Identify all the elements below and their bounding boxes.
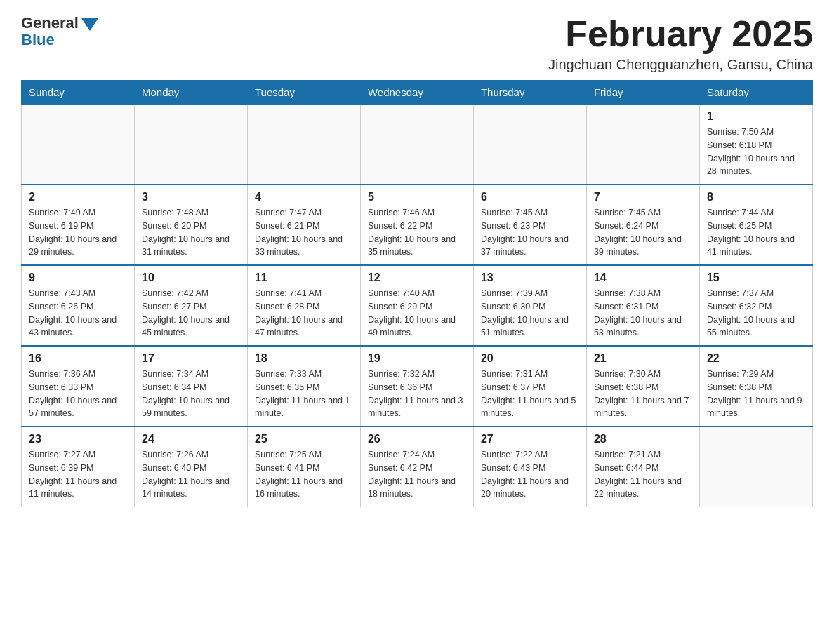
calendar-day-cell: 22Sunrise: 7:29 AMSunset: 6:38 PMDayligh… [699,346,812,427]
day-info: Sunrise: 7:30 AMSunset: 6:38 PMDaylight:… [594,368,692,420]
calendar-day-cell: 1Sunrise: 7:50 AMSunset: 6:18 PMDaylight… [699,105,812,185]
logo: General Blue [21,14,98,49]
day-number: 15 [707,271,805,284]
day-of-week-header: Friday [586,81,699,105]
calendar-week-row: 23Sunrise: 7:27 AMSunset: 6:39 PMDayligh… [22,427,813,507]
day-of-week-header: Wednesday [360,81,473,105]
day-info: Sunrise: 7:21 AMSunset: 6:44 PMDaylight:… [594,448,692,501]
calendar-day-cell: 21Sunrise: 7:30 AMSunset: 6:38 PMDayligh… [586,346,699,427]
calendar-day-cell: 25Sunrise: 7:25 AMSunset: 6:41 PMDayligh… [247,427,360,507]
calendar-day-cell: 8Sunrise: 7:44 AMSunset: 6:25 PMDaylight… [699,185,812,265]
day-number: 17 [142,352,240,365]
calendar-day-cell: 9Sunrise: 7:43 AMSunset: 6:26 PMDaylight… [22,265,135,346]
day-number: 20 [481,352,579,365]
day-number: 16 [29,352,127,365]
logo-blue-text: Blue [21,31,55,49]
day-info: Sunrise: 7:26 AMSunset: 6:40 PMDaylight:… [142,448,240,501]
day-number: 14 [594,271,692,284]
calendar-day-cell [473,105,586,185]
day-info: Sunrise: 7:29 AMSunset: 6:38 PMDaylight:… [707,368,805,420]
day-number: 28 [594,433,692,445]
calendar-week-row: 16Sunrise: 7:36 AMSunset: 6:33 PMDayligh… [22,346,813,427]
day-number: 9 [29,271,127,284]
day-number: 5 [368,191,466,203]
day-number: 25 [255,433,353,445]
calendar-day-cell: 14Sunrise: 7:38 AMSunset: 6:31 PMDayligh… [586,265,699,346]
day-info: Sunrise: 7:38 AMSunset: 6:31 PMDaylight:… [594,287,692,340]
calendar-day-cell: 17Sunrise: 7:34 AMSunset: 6:34 PMDayligh… [134,346,247,427]
day-info: Sunrise: 7:44 AMSunset: 6:25 PMDaylight:… [707,206,805,259]
day-info: Sunrise: 7:49 AMSunset: 6:19 PMDaylight:… [29,206,127,259]
day-number: 19 [368,352,466,365]
day-info: Sunrise: 7:43 AMSunset: 6:26 PMDaylight:… [29,287,127,340]
calendar-day-cell: 2Sunrise: 7:49 AMSunset: 6:19 PMDaylight… [22,185,135,265]
calendar-week-row: 2Sunrise: 7:49 AMSunset: 6:19 PMDaylight… [22,185,813,265]
day-info: Sunrise: 7:45 AMSunset: 6:24 PMDaylight:… [594,206,692,259]
calendar-day-cell: 24Sunrise: 7:26 AMSunset: 6:40 PMDayligh… [134,427,247,507]
calendar-day-cell: 4Sunrise: 7:47 AMSunset: 6:21 PMDaylight… [247,185,360,265]
day-number: 8 [707,191,805,203]
calendar-day-cell: 11Sunrise: 7:41 AMSunset: 6:28 PMDayligh… [247,265,360,346]
calendar-day-cell: 28Sunrise: 7:21 AMSunset: 6:44 PMDayligh… [586,427,699,507]
calendar-table: SundayMondayTuesdayWednesdayThursdayFrid… [21,80,813,507]
calendar-day-cell: 26Sunrise: 7:24 AMSunset: 6:42 PMDayligh… [360,427,473,507]
calendar-header-row: SundayMondayTuesdayWednesdayThursdayFrid… [22,81,813,105]
day-info: Sunrise: 7:47 AMSunset: 6:21 PMDaylight:… [255,206,353,259]
day-info: Sunrise: 7:25 AMSunset: 6:41 PMDaylight:… [255,448,353,501]
day-info: Sunrise: 7:34 AMSunset: 6:34 PMDaylight:… [142,368,240,420]
location-text: Jingchuan Chengguanzhen, Gansu, China [548,57,813,73]
day-info: Sunrise: 7:36 AMSunset: 6:33 PMDaylight:… [29,368,127,420]
day-info: Sunrise: 7:41 AMSunset: 6:28 PMDaylight:… [255,287,353,340]
day-number: 11 [255,271,353,284]
day-of-week-header: Tuesday [247,81,360,105]
day-info: Sunrise: 7:39 AMSunset: 6:30 PMDaylight:… [481,287,579,340]
day-info: Sunrise: 7:22 AMSunset: 6:43 PMDaylight:… [481,448,579,501]
calendar-day-cell [699,427,812,507]
day-number: 2 [29,191,127,203]
day-of-week-header: Thursday [473,81,586,105]
calendar-day-cell: 7Sunrise: 7:45 AMSunset: 6:24 PMDaylight… [586,185,699,265]
calendar-day-cell: 3Sunrise: 7:48 AMSunset: 6:20 PMDaylight… [134,185,247,265]
day-number: 18 [255,352,353,365]
month-title: February 2025 [548,14,813,54]
day-number: 26 [368,433,466,445]
day-info: Sunrise: 7:42 AMSunset: 6:27 PMDaylight:… [142,287,240,340]
day-number: 23 [29,433,127,445]
calendar-day-cell: 20Sunrise: 7:31 AMSunset: 6:37 PMDayligh… [473,346,586,427]
calendar-day-cell: 16Sunrise: 7:36 AMSunset: 6:33 PMDayligh… [22,346,135,427]
calendar-day-cell: 13Sunrise: 7:39 AMSunset: 6:30 PMDayligh… [473,265,586,346]
calendar-week-row: 1Sunrise: 7:50 AMSunset: 6:18 PMDaylight… [22,105,813,185]
day-of-week-header: Sunday [22,81,135,105]
day-number: 4 [255,191,353,203]
day-number: 21 [594,352,692,365]
logo-triangle-icon [81,18,98,31]
day-info: Sunrise: 7:48 AMSunset: 6:20 PMDaylight:… [142,206,240,259]
calendar-day-cell: 12Sunrise: 7:40 AMSunset: 6:29 PMDayligh… [360,265,473,346]
calendar-day-cell [134,105,247,185]
logo-general-text: General [21,14,79,32]
page-header: General Blue February 2025 Jingchuan Che… [21,14,813,73]
day-number: 7 [594,191,692,203]
calendar-day-cell [22,105,135,185]
day-info: Sunrise: 7:32 AMSunset: 6:36 PMDaylight:… [368,368,466,420]
calendar-day-cell [360,105,473,185]
calendar-day-cell: 19Sunrise: 7:32 AMSunset: 6:36 PMDayligh… [360,346,473,427]
day-number: 22 [707,352,805,365]
day-number: 12 [368,271,466,284]
calendar-day-cell: 10Sunrise: 7:42 AMSunset: 6:27 PMDayligh… [134,265,247,346]
day-info: Sunrise: 7:37 AMSunset: 6:32 PMDaylight:… [707,287,805,340]
day-number: 13 [481,271,579,284]
day-info: Sunrise: 7:31 AMSunset: 6:37 PMDaylight:… [481,368,579,420]
calendar-day-cell: 27Sunrise: 7:22 AMSunset: 6:43 PMDayligh… [473,427,586,507]
day-info: Sunrise: 7:46 AMSunset: 6:22 PMDaylight:… [368,206,466,259]
day-info: Sunrise: 7:50 AMSunset: 6:18 PMDaylight:… [707,126,805,178]
calendar-day-cell: 5Sunrise: 7:46 AMSunset: 6:22 PMDaylight… [360,185,473,265]
day-number: 27 [481,433,579,445]
day-info: Sunrise: 7:40 AMSunset: 6:29 PMDaylight:… [368,287,466,340]
calendar-day-cell: 18Sunrise: 7:33 AMSunset: 6:35 PMDayligh… [247,346,360,427]
calendar-day-cell: 15Sunrise: 7:37 AMSunset: 6:32 PMDayligh… [699,265,812,346]
day-of-week-header: Saturday [699,81,812,105]
day-info: Sunrise: 7:33 AMSunset: 6:35 PMDaylight:… [255,368,353,420]
calendar-day-cell: 23Sunrise: 7:27 AMSunset: 6:39 PMDayligh… [22,427,135,507]
title-section: February 2025 Jingchuan Chengguanzhen, G… [548,14,813,73]
